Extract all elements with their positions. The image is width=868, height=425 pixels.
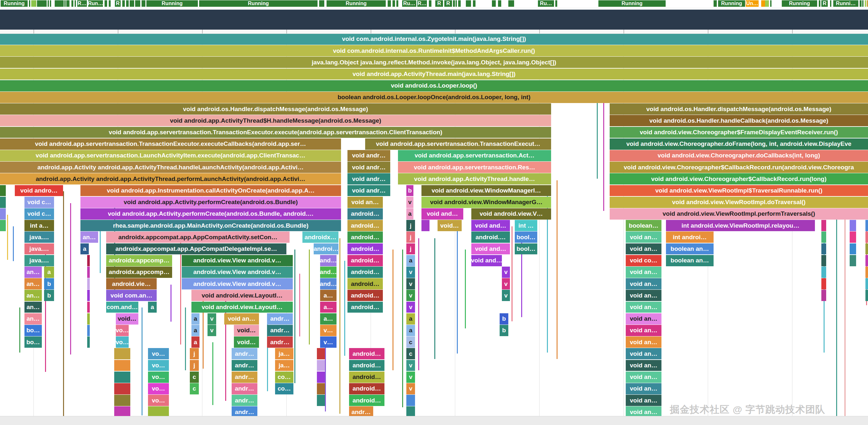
- flame-frame[interactable]: android…: [347, 278, 383, 289]
- flame-frame[interactable]: [317, 395, 325, 406]
- flame-frame[interactable]: c: [190, 383, 199, 394]
- flame-frame[interactable]: androidx.appcompat.app.AppCompatDelegate…: [106, 244, 286, 255]
- flame-frame[interactable]: j: [406, 220, 415, 231]
- thread-state-segment[interactable]: R: [822, 0, 828, 7]
- flame-frame[interactable]: void android.os.Handler.dispatchMessage(…: [610, 103, 868, 115]
- flame-frame[interactable]: bo…: [25, 337, 42, 348]
- thread-state-segment[interactable]: Ru…: [402, 0, 416, 7]
- flame-frame[interactable]: boolean an…: [666, 244, 714, 255]
- flame-frame[interactable]: [865, 266, 868, 278]
- flame-frame[interactable]: [87, 337, 90, 348]
- flame-frame[interactable]: [114, 395, 130, 406]
- flame-frame[interactable]: void android.view.LayoutI…: [191, 290, 293, 301]
- thread-state-segment[interactable]: [830, 0, 831, 7]
- flame-frame[interactable]: c: [406, 348, 415, 359]
- thread-state-segment[interactable]: [862, 0, 864, 7]
- flame-frame[interactable]: v: [406, 302, 415, 313]
- thread-state-segment[interactable]: [393, 0, 395, 7]
- thread-state-segment[interactable]: [75, 0, 76, 7]
- flame-frame[interactable]: java.lang.Object java.lang.reflect.Metho…: [0, 57, 868, 68]
- flame-frame[interactable]: void an…: [626, 395, 661, 406]
- flame-frame[interactable]: [850, 244, 856, 255]
- flame-frame[interactable]: void…: [116, 313, 138, 324]
- flame-frame[interactable]: co…: [275, 372, 293, 383]
- flame-frame[interactable]: a…: [320, 302, 337, 313]
- thread-state-segment[interactable]: [453, 0, 455, 7]
- flame-frame[interactable]: android.…: [471, 231, 510, 243]
- thread-state-segment[interactable]: Running: [598, 0, 665, 7]
- flame-frame[interactable]: androidx.appcomp…: [106, 266, 172, 278]
- flame-frame[interactable]: [865, 290, 868, 301]
- flame-frame[interactable]: android…: [347, 244, 383, 255]
- flame-frame[interactable]: [406, 395, 415, 406]
- thread-state-segment[interactable]: [64, 0, 66, 7]
- flame-frame[interactable]: void android.app.servertransaction.Trans…: [0, 127, 551, 138]
- flame-frame[interactable]: an…: [81, 231, 98, 243]
- flame-frame[interactable]: b: [500, 313, 508, 324]
- flame-frame[interactable]: void android.app.servertransaction.Act…: [398, 150, 551, 161]
- flame-frame[interactable]: void…: [234, 325, 259, 336]
- thread-state-segment[interactable]: [66, 0, 69, 7]
- flame-frame[interactable]: void andro…: [15, 185, 63, 196]
- thread-state-segment[interactable]: [109, 0, 111, 7]
- thread-state-segment[interactable]: [50, 0, 51, 7]
- flame-frame[interactable]: ja…: [275, 348, 293, 359]
- flame-frame[interactable]: vo…: [148, 395, 169, 406]
- thread-state-segment[interactable]: [458, 0, 461, 7]
- flame-frame[interactable]: void com.android.internal.os.ZygoteInit.…: [0, 33, 868, 45]
- flame-frame[interactable]: bool…: [515, 244, 537, 255]
- flame-frame[interactable]: j: [190, 348, 199, 359]
- flame-frame[interactable]: [865, 231, 868, 243]
- flame-frame[interactable]: void android.app.ActivityThread$H.handle…: [0, 115, 551, 126]
- flame-frame[interactable]: [114, 348, 130, 359]
- thread-state-segment[interactable]: [130, 0, 134, 7]
- flame-frame[interactable]: void and…: [471, 220, 510, 231]
- flame-frame[interactable]: [317, 383, 325, 394]
- thread-state-segment[interactable]: Running: [782, 0, 817, 7]
- flame-frame[interactable]: void c…: [25, 197, 54, 208]
- thread-state-segment[interactable]: [104, 0, 107, 7]
- flame-frame[interactable]: android…: [347, 208, 383, 220]
- thread-state-segment[interactable]: [819, 0, 820, 7]
- flame-frame[interactable]: b: [44, 290, 54, 301]
- thread-state-segment[interactable]: Un…: [746, 0, 758, 7]
- flame-frame[interactable]: android.view.View android.v…: [182, 255, 293, 266]
- flame-frame[interactable]: j: [406, 244, 415, 255]
- flame-frame[interactable]: int a…: [25, 220, 54, 231]
- flame-frame[interactable]: [114, 383, 130, 394]
- thread-state-segment[interactable]: [388, 0, 391, 7]
- thread-state-track[interactable]: RunningR…Run…RRunningRunningRunningRu…R……: [0, 0, 868, 7]
- flame-frame[interactable]: a: [81, 244, 89, 255]
- flame-frame[interactable]: j: [190, 360, 199, 371]
- flame-frame[interactable]: void android.view.Choreographer.doFrame(…: [610, 138, 868, 150]
- flame-frame[interactable]: [822, 220, 826, 231]
- flame-frame[interactable]: void android.os.Looper.loop(): [0, 80, 868, 91]
- thread-state-segment[interactable]: [429, 0, 431, 7]
- thread-state-segment[interactable]: Running: [718, 0, 745, 7]
- flame-frame[interactable]: android…: [349, 348, 384, 359]
- flame-frame[interactable]: boolean…: [626, 220, 661, 231]
- flame-frame[interactable]: and…: [320, 255, 337, 266]
- flame-frame[interactable]: v…: [320, 325, 337, 336]
- flame-frame[interactable]: a: [191, 337, 199, 348]
- flame-frame[interactable]: android…: [347, 290, 383, 301]
- flame-frame[interactable]: java.…: [25, 231, 54, 243]
- thread-state-segment[interactable]: Running: [199, 0, 317, 7]
- flame-frame[interactable]: a: [406, 255, 415, 266]
- flame-frame[interactable]: void andr…: [347, 185, 390, 196]
- flame-frame[interactable]: void android.view.V…: [471, 208, 551, 220]
- thread-state-segment[interactable]: [714, 0, 717, 7]
- flame-frame[interactable]: a: [191, 325, 199, 336]
- thread-state-segment[interactable]: [466, 0, 471, 7]
- flame-frame[interactable]: v: [502, 290, 510, 301]
- flame-frame[interactable]: java.…: [25, 255, 54, 266]
- flame-frame[interactable]: vo…: [148, 348, 169, 359]
- flame-frame[interactable]: int …: [515, 220, 537, 231]
- thread-state-segment[interactable]: [396, 0, 398, 7]
- thread-state-segment[interactable]: [135, 0, 140, 7]
- thread-state-segment[interactable]: [37, 0, 46, 7]
- flame-frame[interactable]: rhea.sample.android.app.MainActivity.onC…: [81, 220, 341, 231]
- flame-frame[interactable]: android…: [349, 360, 384, 371]
- flame-frame[interactable]: an…: [25, 313, 42, 324]
- flame-frame[interactable]: androidx…: [302, 231, 338, 243]
